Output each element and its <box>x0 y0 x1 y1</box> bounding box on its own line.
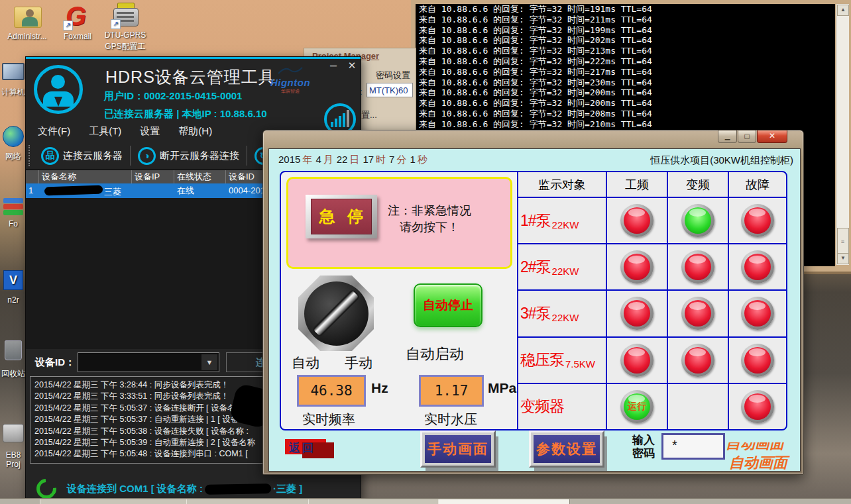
main-panel: 急 停 注：非紧急情况 请勿按下！ 自动 手动 自动停止 自动启动 46.38 … <box>280 171 787 430</box>
taskbar-button-0[interactable] <box>40 499 187 504</box>
desktop-icon-n2r[interactable]: V n2r <box>0 270 27 305</box>
col-online-status[interactable]: 在线状态 <box>174 170 226 183</box>
user-avatar-icon <box>34 65 83 114</box>
connection-status-text: 已连接云服务器 | 本地IP : 10.88.6.10 <box>104 108 267 121</box>
scrollbar-thumb[interactable]: ≡ <box>837 228 849 256</box>
device-type-field[interactable]: MT(TK)60 <box>367 83 413 97</box>
taskbar-button-1[interactable] <box>186 499 309 504</box>
back-button[interactable]: 返回 <box>285 439 335 459</box>
computer-icon <box>2 63 25 80</box>
menu-item-1[interactable]: 工具(T) <box>89 125 121 138</box>
status-lamp-red <box>741 250 774 283</box>
foxmail-icon: G↗ <box>63 4 92 30</box>
col-device-ip[interactable]: 设备IP <box>132 170 174 183</box>
desktop-icon-archive[interactable]: Fo <box>0 197 27 228</box>
emergency-stop-button[interactable]: 急 停 <box>306 195 377 238</box>
lamp-cell-r3c0 <box>607 338 667 383</box>
status-lamp-green <box>681 204 714 237</box>
menu-item-0[interactable]: 文件(F) <box>38 125 70 138</box>
maximize-button[interactable]: ▢ <box>738 130 756 143</box>
toolbar-button-1[interactable]: ◑断开云服务器连接 <box>131 147 247 165</box>
date-unit: 分 <box>396 154 406 165</box>
status-lamp-red <box>681 297 714 330</box>
device-id-dropdown[interactable]: ▼ <box>78 352 219 372</box>
scroll-up-icon[interactable]: ▲ <box>837 5 849 16</box>
toolbar-button-0[interactable]: 品连接云服务器 <box>34 147 130 165</box>
auto-manual-knob[interactable] <box>298 276 374 351</box>
redaction-blob <box>205 483 271 495</box>
lamp-cell-r4c0: 运行 <box>607 384 667 429</box>
pump-name: 3#泵 <box>520 303 551 324</box>
shortcut-arrow-icon: ↗ <box>111 19 121 29</box>
monitor-row-name: 1#泵22KW <box>518 198 606 243</box>
auto-start-label: 自动启动 <box>406 344 464 364</box>
chevron-down-icon[interactable]: ▼ <box>201 354 217 370</box>
toolbar-drag-handle[interactable] <box>28 145 34 166</box>
taskbar[interactable] <box>0 498 851 504</box>
auto-stop-button[interactable]: 自动停止 <box>414 283 482 327</box>
scroll-down-icon[interactable]: ▼ <box>837 253 849 264</box>
desktop-icon-eb8-project[interactable]: EB8 Proj <box>0 424 27 469</box>
menu-item-3[interactable]: 帮助(H) <box>178 125 212 138</box>
device-id-label: 设备ID： <box>35 356 75 369</box>
status-lamp-green-run: 运行 <box>620 390 653 423</box>
lamp-core <box>624 347 650 374</box>
project-file-icon <box>3 424 24 442</box>
password-settings-label[interactable]: 密码设置 <box>376 70 410 81</box>
dtu-connector-icon: ↗ <box>111 3 140 29</box>
icon-label: Administr... <box>3 32 52 41</box>
taskbar-button-3[interactable] <box>438 499 570 504</box>
pump-power: 22KW <box>552 312 579 323</box>
lamp-core <box>624 300 650 327</box>
lamp-core: 运行 <box>624 393 650 420</box>
desktop-icon-computer[interactable]: 计算机 <box>0 63 27 98</box>
lamp-cell-r0c2 <box>729 198 786 243</box>
close-button[interactable]: ✕ <box>757 130 787 143</box>
pump-name: 2#泵 <box>520 257 551 277</box>
col-device-name[interactable]: 设备名称 <box>39 170 132 183</box>
icon-label: 回收站 <box>0 368 27 379</box>
monitor-header-3: 故障 <box>729 172 786 197</box>
monitor-table: 监示对象工频变频故障1#泵22KW2#泵22KW3#泵22KW稳压泵7.5KW变… <box>517 172 786 429</box>
redaction-blob <box>44 185 103 195</box>
estop-note: 注：非紧急情况 请勿按下！ <box>388 203 471 236</box>
icon-label-line2: GPS配置工 <box>101 41 150 52</box>
lamp-cell-r1c0 <box>607 244 667 289</box>
desktop-icon-administrator[interactable]: Administr... <box>3 4 52 41</box>
pump-power: 7.5KW <box>565 358 595 370</box>
close-button[interactable]: ✕ <box>344 60 360 74</box>
console-line: 来自 10.88.6.6 的回复: 字节=32 时间=222ms TTL=64 <box>416 56 835 67</box>
online-status-cell: 在线 <box>174 183 226 198</box>
menu-item-2[interactable]: 设置 <box>140 125 160 138</box>
desktop-icon-recycle-bin[interactable]: 回收站 <box>0 340 27 379</box>
status-lamp-red <box>741 297 774 330</box>
date-number: 17 <box>363 154 374 165</box>
network-nodes-icon: 品 <box>41 147 59 165</box>
password-input[interactable]: * <box>661 433 725 460</box>
console-scrollbar[interactable]: ▲ ≡ ▼ <box>836 4 849 265</box>
desktop-icon-foxmail[interactable]: G↗ Foxmail <box>53 4 102 41</box>
lamp-core <box>744 347 771 374</box>
desktop-icon-dtu-gprs[interactable]: ↗ DTU-GPRS GPS配置工 <box>101 3 150 52</box>
monitor-header-2: 变频 <box>668 172 728 197</box>
disconnect-icon: ◑ <box>138 147 156 165</box>
estop-panel: 急 停 注：非紧急情况 请勿按下！ <box>286 177 512 269</box>
desktop-icon-network[interactable]: 网络 <box>0 126 27 162</box>
knob-handle[interactable] <box>312 289 361 338</box>
monitor-header-0: 监示对象 <box>518 172 606 197</box>
lamp-core <box>685 300 711 327</box>
console-line: 来自 10.88.6.6 的回复: 字节=32 时间=213ms TTL=64 <box>416 46 835 56</box>
lamp-core <box>744 207 771 234</box>
param-settings-button[interactable]: 参数设置 <box>529 430 604 468</box>
device-name-cell: 三菱 <box>39 183 132 198</box>
lamp-core <box>744 254 771 280</box>
status-lamp-red <box>741 344 774 377</box>
minimize-button[interactable]: – <box>325 58 341 73</box>
manual-screen-button[interactable]: 手动画面 <box>420 430 496 468</box>
device-ip-cell <box>132 183 174 198</box>
taskbar-button-2[interactable] <box>308 499 439 504</box>
toolbar-label: 连接云服务器 <box>63 150 123 162</box>
status-lamp-red <box>681 250 714 283</box>
minimize-button[interactable]: ▁ <box>718 130 737 143</box>
frequency-caption: 实时频率 <box>302 411 355 428</box>
